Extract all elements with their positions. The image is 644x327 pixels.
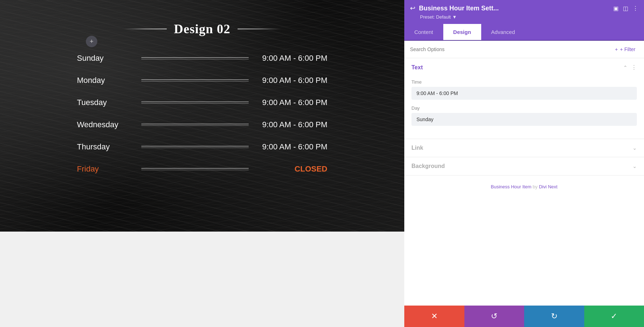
link-section-header[interactable]: Link ⌄	[404, 139, 644, 157]
canvas-bottom-area	[0, 232, 404, 327]
text-section: Text ⌃ ⋮ Time 9:00 AM - 6:00 PM Day Sund…	[404, 58, 644, 139]
link-section-chevron-down[interactable]: ⌄	[633, 145, 637, 151]
confirm-icon: ✓	[611, 312, 617, 321]
link-section: Link ⌄	[404, 139, 644, 157]
tab-advanced[interactable]: Advanced	[481, 24, 525, 40]
undo-icon: ↺	[491, 312, 497, 321]
time-wednesday: 9:00 AM - 6:00 PM	[256, 120, 327, 129]
day-divider	[141, 168, 249, 170]
attribution-author-link[interactable]: Divi Next	[539, 184, 557, 189]
divider-line-bottom	[141, 148, 249, 148]
tab-content[interactable]: Content	[404, 24, 443, 40]
attribution-link[interactable]: Business Hour Item	[491, 184, 531, 189]
time-field-value: 9:00 AM - 6:00 PM	[411, 87, 637, 100]
preset-label[interactable]: Preset: Default ▼	[410, 14, 638, 20]
canvas-area: + Design 02 Sunday 9:00 AM - 6:00 PM Mon…	[0, 0, 404, 232]
panel-tabs: Content Design Advanced	[404, 24, 644, 41]
day-wednesday: Wednesday	[77, 120, 134, 129]
day-divider	[141, 124, 249, 126]
text-section-header[interactable]: Text ⌃ ⋮	[404, 58, 644, 76]
design-title: Design 02	[124, 21, 280, 36]
divider-line-top	[141, 146, 249, 147]
text-section-controls: ⌃ ⋮	[623, 64, 637, 71]
text-section-title: Text	[411, 64, 423, 71]
table-row: Friday CLOSED	[77, 158, 327, 180]
search-input[interactable]	[410, 46, 609, 52]
search-bar: + + Filter	[404, 41, 644, 58]
day-field-label: Day	[411, 105, 637, 111]
time-sunday: 9:00 AM - 6:00 PM	[256, 54, 327, 63]
day-tuesday: Tuesday	[77, 98, 134, 107]
text-section-more-icon[interactable]: ⋮	[631, 64, 637, 71]
day-friday: Friday	[77, 164, 134, 174]
divider-line-top	[141, 79, 249, 80]
divider-line-bottom	[141, 59, 249, 60]
divider-line-bottom	[141, 81, 249, 82]
divider-line-bottom	[141, 170, 249, 170]
time-thursday: 9:00 AM - 6:00 PM	[256, 142, 327, 152]
panel-body: Text ⌃ ⋮ Time 9:00 AM - 6:00 PM Day Sund…	[404, 58, 644, 327]
day-field-group: Day Sunday	[411, 105, 637, 126]
day-sunday: Sunday	[77, 54, 134, 63]
background-section-controls: ⌄	[633, 163, 637, 169]
background-section: Background ⌄	[404, 157, 644, 175]
table-row: Sunday 9:00 AM - 6:00 PM	[77, 47, 327, 69]
add-element-button[interactable]: +	[86, 36, 97, 47]
title-line-left	[124, 29, 167, 29]
background-section-header[interactable]: Background ⌄	[404, 157, 644, 175]
panel-title: Business Hour Item Sett...	[419, 5, 610, 12]
divider-line-bottom	[141, 125, 249, 126]
panel-header: ↩ Business Hour Item Sett... ▣ ◫ ⋮ Prese…	[404, 0, 644, 24]
cancel-icon: ✕	[431, 312, 438, 321]
redo-button[interactable]: ↻	[524, 306, 584, 327]
divider-line-top	[141, 168, 249, 169]
time-field-label: Time	[411, 79, 637, 85]
panel-attribution: Business Hour Item by Divi Next	[404, 175, 644, 198]
day-thursday: Thursday	[77, 142, 134, 152]
day-divider	[141, 79, 249, 81]
filter-button[interactable]: + + Filter	[612, 45, 638, 54]
day-monday: Monday	[77, 76, 134, 85]
panel-header-icons: ▣ ◫ ⋮	[613, 5, 638, 12]
day-divider	[141, 101, 249, 104]
panel-header-top: ↩ Business Hour Item Sett... ▣ ◫ ⋮	[410, 4, 638, 12]
title-line-right	[238, 29, 280, 29]
table-row: Monday 9:00 AM - 6:00 PM	[77, 69, 327, 91]
time-field-group: Time 9:00 AM - 6:00 PM	[411, 79, 637, 100]
tab-design[interactable]: Design	[443, 24, 481, 40]
table-row: Tuesday 9:00 AM - 6:00 PM	[77, 91, 327, 114]
day-divider	[141, 57, 249, 59]
responsive-icon[interactable]: ▣	[613, 5, 619, 12]
link-section-controls: ⌄	[633, 145, 637, 151]
undo-button[interactable]: ↺	[464, 306, 525, 327]
filter-label: + Filter	[620, 46, 635, 52]
divider-line-top	[141, 57, 249, 58]
text-section-content: Time 9:00 AM - 6:00 PM Day Sunday	[404, 76, 644, 139]
time-friday-closed: CLOSED	[256, 164, 327, 174]
day-field-value: Sunday	[411, 113, 637, 126]
day-divider	[141, 146, 249, 148]
hours-table: Sunday 9:00 AM - 6:00 PM Monday 9:00 AM …	[77, 47, 327, 180]
back-icon[interactable]: ↩	[410, 4, 415, 12]
canvas-content: Design 02 Sunday 9:00 AM - 6:00 PM Monda…	[0, 0, 404, 232]
divider-line-top	[141, 101, 249, 102]
attribution-text: Business Hour Item by Divi Next	[411, 184, 637, 189]
divider-line-bottom	[141, 103, 249, 104]
bottom-toolbar: ✕ ↺ ↻ ✓	[404, 306, 644, 327]
table-row: Thursday 9:00 AM - 6:00 PM	[77, 136, 327, 158]
settings-panel: ↩ Business Hour Item Sett... ▣ ◫ ⋮ Prese…	[404, 0, 644, 327]
link-section-title: Link	[411, 145, 423, 151]
table-row: Wednesday 9:00 AM - 6:00 PM	[77, 114, 327, 136]
confirm-button[interactable]: ✓	[584, 306, 644, 327]
text-section-chevron-up[interactable]: ⌃	[623, 65, 628, 70]
background-section-title: Background	[411, 163, 445, 169]
layout-icon[interactable]: ◫	[623, 5, 628, 12]
divider-line-top	[141, 124, 249, 124]
cancel-button[interactable]: ✕	[404, 306, 464, 327]
time-monday: 9:00 AM - 6:00 PM	[256, 76, 327, 85]
time-tuesday: 9:00 AM - 6:00 PM	[256, 98, 327, 107]
background-section-chevron-down[interactable]: ⌄	[633, 163, 637, 169]
more-options-icon[interactable]: ⋮	[633, 5, 638, 12]
redo-icon: ↻	[551, 312, 557, 321]
filter-plus-icon: +	[615, 46, 618, 52]
